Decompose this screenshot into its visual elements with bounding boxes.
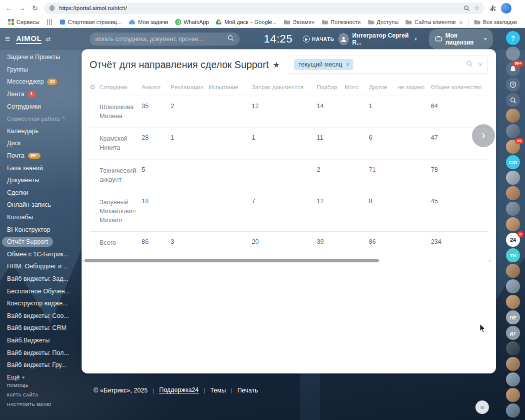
column-header[interactable]: Запрос документов: [252, 84, 317, 90]
filter-bar[interactable]: текущий месяц × ×: [289, 56, 488, 74]
column-header[interactable]: не задано: [398, 84, 431, 90]
sidebar-footer-link[interactable]: НАСТРОИТЬ МЕНЮ: [7, 402, 51, 407]
chat-avatar[interactable]: [506, 372, 520, 386]
sidebar-item[interactable]: Бесплатное Обучен...: [7, 285, 82, 297]
bookmark-item[interactable]: Стартовая страниц...: [57, 18, 125, 26]
sidebar-item[interactable]: Почта99+: [7, 150, 82, 162]
favorite-star-icon[interactable]: ★: [273, 60, 280, 70]
bookmark-item[interactable]: Мой диск – Google...: [213, 18, 279, 26]
bitrix24-chat-icon[interactable]: 243: [506, 233, 520, 247]
chat-avatar[interactable]: [506, 264, 520, 278]
sidebar-item[interactable]: Онлайн-запись: [7, 199, 82, 211]
bookmark-item[interactable]: Мои задачи: [126, 18, 171, 26]
search-icon[interactable]: [506, 93, 520, 107]
recent-items-icon[interactable]: [506, 78, 520, 92]
chat-avatar[interactable]: [506, 124, 520, 138]
sidebar-item[interactable]: Календарь: [7, 125, 82, 138]
site-info-icon[interactable]: [49, 5, 55, 11]
chat-avatar[interactable]: [506, 341, 520, 355]
all-bookmarks-button[interactable]: Все закладки: [471, 18, 520, 26]
chat-avatar[interactable]: [506, 217, 520, 231]
sidebar-item[interactable]: Вайб виджеты: Пол...: [7, 346, 82, 359]
filter-clear-icon[interactable]: ×: [478, 61, 482, 69]
notifications-bell-icon[interactable]: 99+: [506, 62, 520, 76]
column-header[interactable]: Рекламация: [171, 84, 209, 90]
filter-chip[interactable]: текущий месяц ×: [294, 59, 353, 70]
sidebar-item[interactable]: Диск: [7, 137, 82, 150]
column-header[interactable]: Мото: [345, 84, 369, 90]
sidebar-item[interactable]: Отчёт Support: [7, 236, 82, 248]
extensions-icon[interactable]: [489, 5, 496, 12]
bookmark-item[interactable]: Сайты клиентов: [402, 18, 455, 26]
global-search[interactable]: [90, 33, 240, 46]
table-row[interactable]: Всего863203986234: [90, 231, 488, 254]
remove-filter-icon[interactable]: ×: [346, 62, 349, 68]
sidebar-item[interactable]: Вайб виджеты: Гру...: [7, 359, 82, 371]
address-bar[interactable]: https://portal.aimol.ru/otch/ ☆: [44, 3, 484, 14]
sidebar-item[interactable]: Задачи и Проекты: [7, 51, 82, 64]
table-row[interactable]: Шлюпикова Милена3521214164: [90, 96, 488, 127]
bookmark-item[interactable]: Сервисы: [5, 18, 43, 26]
sidebar-item[interactable]: Коллабы: [7, 211, 82, 224]
bookmarks-overflow-chevron[interactable]: »: [456, 19, 465, 25]
refresh-icon[interactable]: ↻: [31, 4, 39, 12]
bookmark-item[interactable]: Доступы: [365, 18, 402, 26]
chat-avatar[interactable]: [506, 186, 520, 200]
table-row[interactable]: Технический аккаунт527178: [90, 159, 488, 191]
sidebar-footer-link[interactable]: ПОМОЩЬ: [7, 383, 51, 388]
footer-link[interactable]: Поддержка24: [159, 386, 199, 394]
app-logo[interactable]: AIMOL: [16, 34, 42, 44]
chat-avatar-initials[interactable]: ПЕ: [506, 310, 520, 324]
next-columns-button[interactable]: ›: [472, 124, 495, 147]
sidebar-item[interactable]: Вайб виджеты: Зад...: [7, 273, 82, 285]
sidebar-item[interactable]: Сделки: [7, 187, 82, 199]
filter-search-icon[interactable]: [466, 60, 473, 69]
sidebar-item[interactable]: Группы: [7, 64, 82, 76]
sidebar-item[interactable]: HRM: Онбординг и ...: [7, 260, 82, 273]
footer-link[interactable]: Темы: [210, 387, 226, 394]
sidebar-item[interactable]: Вайб.Виджеты: [7, 334, 82, 347]
license-button[interactable]: Моя лицензия ▾: [429, 29, 493, 49]
sidebar-footer-link[interactable]: КАРТА САЙТА: [7, 392, 51, 397]
column-header[interactable]: Испытание: [209, 84, 252, 90]
footer-link[interactable]: Печать: [237, 387, 258, 394]
browser-profile-avatar[interactable]: [501, 3, 511, 14]
bookmark-star-icon[interactable]: ☆: [474, 5, 479, 12]
column-header[interactable]: Подбор: [317, 84, 345, 90]
worktime-clock[interactable]: 14:25: [264, 33, 293, 46]
chat-avatar-initials[interactable]: ТН: [506, 248, 520, 262]
chat-avatar[interactable]: [506, 295, 520, 309]
chat-avatar-initials[interactable]: CIO: [506, 155, 520, 169]
help-button[interactable]: ?: [506, 31, 520, 45]
sidebar-item[interactable]: Документы: [7, 174, 82, 187]
sidebar-item[interactable]: Вайб виджеты: CRM: [7, 322, 82, 334]
chat-avatar[interactable]: [506, 109, 520, 123]
search-icon[interactable]: [227, 35, 234, 44]
column-header[interactable]: Общее количество: [431, 84, 491, 90]
settings-gear-icon[interactable]: ⚙: [90, 83, 100, 91]
chat-avatar[interactable]: [506, 279, 520, 293]
horizontal-scrollbar[interactable]: ◂ ▸: [90, 259, 488, 263]
zoom-icon[interactable]: [463, 5, 470, 12]
pinned-app-icon[interactable]: [506, 47, 520, 61]
menu-toggle-icon[interactable]: ≡: [3, 34, 12, 44]
quick-menu-button[interactable]: ≡: [475, 400, 489, 414]
table-row[interactable]: Крамской Никита281111647: [90, 127, 488, 159]
table-row[interactable]: Запунный Михайлович Михаил18712845: [90, 191, 488, 231]
chat-avatar[interactable]: [506, 388, 520, 402]
chat-avatar[interactable]: [506, 171, 520, 185]
scroll-left-icon[interactable]: ◂: [82, 258, 84, 263]
worktime-start-button[interactable]: НАЧАТЬ: [303, 36, 334, 43]
back-icon[interactable]: ←: [5, 4, 13, 12]
sidebar-item[interactable]: Обмен с 1С-Битрик...: [7, 248, 82, 261]
chat-avatar[interactable]: 29: [506, 140, 520, 154]
sidebar-item[interactable]: BI Конструктор: [7, 223, 82, 236]
chat-avatar[interactable]: [506, 357, 520, 371]
sidebar-item[interactable]: Вайб виджеты: Соо...: [7, 309, 82, 322]
switch-portal-icon[interactable]: ⇄: [46, 36, 51, 43]
bookmark-item[interactable]: Полезности: [319, 18, 364, 26]
bookmark-item[interactable]: WhatsApp: [172, 18, 212, 26]
chat-avatar[interactable]: [506, 202, 520, 216]
bookmark-item[interactable]: Экзамен: [281, 18, 318, 26]
column-header[interactable]: Сотрудник: [100, 84, 142, 90]
